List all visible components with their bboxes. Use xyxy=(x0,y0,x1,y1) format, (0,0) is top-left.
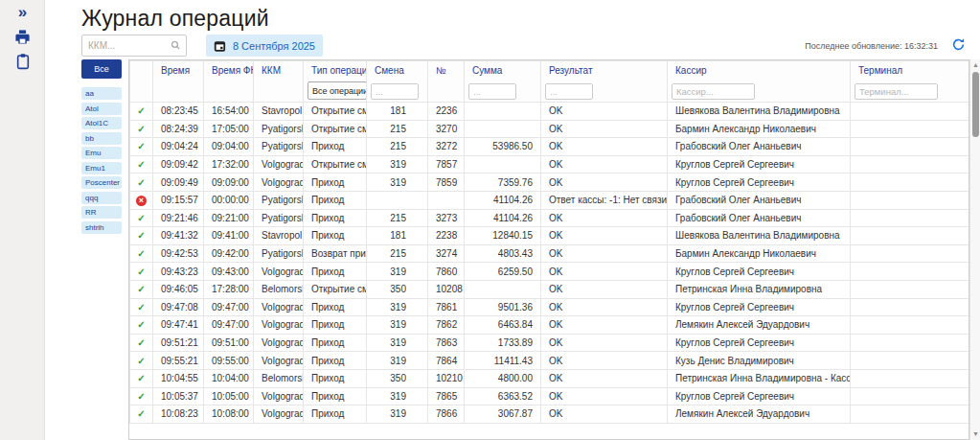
cell-time: 09:47:41 xyxy=(153,316,204,335)
operation-type-select[interactable]: Все операции xyxy=(308,81,367,100)
status-icon xyxy=(137,356,145,366)
cell-status xyxy=(130,103,153,121)
table-row[interactable]: 09:46:05 17:28:00 Belomorsky Открытие см… xyxy=(130,280,970,298)
table-row[interactable]: 09:09:42 17:32:00 Volgograd Открытие сме… xyxy=(130,155,970,174)
column-header[interactable]: Результат xyxy=(541,61,668,81)
column-header[interactable]: Смена xyxy=(367,61,428,81)
last-update-text: Последнее обновление: 16:32:31 xyxy=(805,41,938,51)
cell-sum xyxy=(465,280,541,298)
column-header[interactable]: Время ФН xyxy=(204,61,254,81)
sidebar-kkm-item[interactable]: Poscenter xyxy=(81,176,122,189)
table-row[interactable]: 08:23:45 16:54:00 Stavropol Открытие сме… xyxy=(130,103,970,121)
column-header[interactable]: Тип операции xyxy=(304,61,367,81)
cell-fn-time: 17:28:00 xyxy=(204,280,254,298)
table-row[interactable]: 10:08:23 10:08:00 Volgograd Приход 319 7… xyxy=(130,405,970,424)
cell-kkm: Volgograd xyxy=(254,405,304,424)
printer-icon xyxy=(14,29,31,45)
cell-status xyxy=(130,120,153,138)
cell-kkm: Pyatigorsk xyxy=(254,138,304,156)
journal-button[interactable] xyxy=(0,53,45,70)
cashier-filter-input[interactable] xyxy=(672,83,755,100)
cell-operation-type: Приход xyxy=(304,316,367,335)
cell-number: 7865 xyxy=(428,387,465,405)
cell-terminal xyxy=(851,334,970,352)
cell-terminal xyxy=(851,263,970,281)
table-row[interactable]: 10:04:55 10:04:00 Belomorsky Приход 350 … xyxy=(130,369,970,387)
date-picker-button[interactable]: 8 Сентября 2025 xyxy=(206,35,323,57)
cell-number: 3274 xyxy=(428,244,465,263)
operation-type-value: Все операции xyxy=(312,86,367,96)
sidebar-kkm-item[interactable]: qqq xyxy=(81,192,122,204)
sidebar-kkm-item[interactable]: Atol xyxy=(81,103,122,115)
cell-terminal xyxy=(851,174,970,192)
table-row[interactable]: 09:41:32 09:41:00 Stavropol Приход 181 2… xyxy=(130,227,970,245)
scrollbar-thumb[interactable] xyxy=(972,72,979,137)
vertical-scrollbar[interactable]: ▲ ▼ xyxy=(969,59,980,440)
cell-kkm: Volgograd xyxy=(254,263,304,281)
cell-operation-type: Приход xyxy=(304,191,367,209)
table-row[interactable]: 09:04:24 09:04:00 Pyatigorsk Приход 215 … xyxy=(130,138,970,156)
status-icon xyxy=(137,408,145,419)
terminal-filter-input[interactable] xyxy=(855,83,938,100)
status-icon xyxy=(137,124,145,134)
sidebar-kkm-item[interactable]: Emu xyxy=(81,147,122,159)
cell-time: 09:51:21 xyxy=(153,334,204,352)
column-header[interactable]: № xyxy=(428,61,465,81)
shift-filter-input[interactable] xyxy=(371,83,419,100)
scroll-down-arrow[interactable]: ▼ xyxy=(970,429,980,439)
cell-status xyxy=(130,405,153,424)
table-row[interactable]: 08:24:39 17:05:00 Pyatigorsk Открытие см… xyxy=(130,120,970,138)
cell-time: 09:09:49 xyxy=(153,174,204,192)
collapse-sidebar-button[interactable]: » xyxy=(0,4,45,21)
cell-operation-type: Приход xyxy=(304,298,367,316)
table-row[interactable]: 09:47:08 09:47:00 Volgograd Приход 319 7… xyxy=(130,298,970,316)
table-row[interactable]: 09:43:23 09:43:00 Volgograd Приход 319 7… xyxy=(130,263,970,281)
cell-result: OK xyxy=(541,174,668,192)
column-header[interactable]: ККМ xyxy=(254,61,304,81)
cell-cashier: Бармин Александр Николаевич xyxy=(668,120,851,138)
sidebar-kkm-item[interactable]: aa xyxy=(81,87,122,100)
table-row[interactable]: 09:09:49 09:09:00 Volgograd Приход 319 7… xyxy=(130,174,970,192)
result-filter-input[interactable] xyxy=(545,83,593,100)
table-row[interactable]: 09:47:41 09:47:00 Volgograd Приход 319 7… xyxy=(130,316,970,335)
operations-table: Время Время ФН ККМ Тип операции Смена № … xyxy=(128,59,969,440)
column-header[interactable] xyxy=(130,61,153,81)
sidebar-kkm-item[interactable]: RR xyxy=(81,206,122,219)
cell-kkm: Volgograd xyxy=(254,387,304,405)
table-row[interactable]: 10:05:37 10:05:00 Volgograd Приход 319 7… xyxy=(130,387,970,405)
cell-number xyxy=(428,191,465,209)
cell-result: OK xyxy=(541,369,668,387)
table-row[interactable]: 09:42:53 09:42:00 Pyatigorsk Возврат при… xyxy=(130,244,970,263)
table-row[interactable]: 09:15:57 00:00:00 Pyatigorsk Приход 4110… xyxy=(130,191,970,209)
sidebar-kkm-item[interactable]: Atol1C xyxy=(81,117,122,129)
refresh-button[interactable] xyxy=(951,37,967,53)
cell-result: OK xyxy=(541,138,668,156)
cell-terminal xyxy=(851,120,970,138)
table-row[interactable]: 09:51:21 09:51:00 Volgograd Приход 319 7… xyxy=(130,334,970,352)
filter-empty-status xyxy=(130,81,153,103)
table-row[interactable]: 09:21:46 09:21:00 Pyatigorsk Приход 215 … xyxy=(130,209,970,227)
cell-cashier: Шевякова Валентина Владимировна xyxy=(668,227,851,245)
sidebar-kkm-item[interactable]: bb xyxy=(81,132,122,145)
scroll-up-arrow[interactable]: ▲ xyxy=(970,60,980,70)
cell-cashier: Круглов Сергей Сергеевич xyxy=(668,334,851,352)
sidebar-all-button[interactable]: Все xyxy=(81,59,122,79)
cell-status xyxy=(130,191,153,209)
kkm-search-input[interactable] xyxy=(82,40,171,51)
sum-filter-input[interactable] xyxy=(468,83,516,100)
print-button[interactable] xyxy=(0,29,45,45)
table-row[interactable]: 09:55:21 09:55:00 Volgograd Приход 319 7… xyxy=(130,352,970,370)
status-icon xyxy=(137,373,145,383)
column-header[interactable]: Терминал xyxy=(851,61,970,81)
cell-shift: 319 xyxy=(367,387,428,405)
column-header[interactable]: Время xyxy=(153,61,204,81)
cell-sum: 6463.84 xyxy=(465,316,541,335)
column-header[interactable]: Кассир xyxy=(668,61,851,81)
sidebar-kkm-item[interactable]: Emu1 xyxy=(81,162,122,174)
sidebar-kkm-item[interactable]: shtrih xyxy=(81,221,122,234)
cell-kkm: Pyatigorsk xyxy=(254,244,304,263)
cell-terminal xyxy=(851,405,970,424)
column-header[interactable]: Сумма xyxy=(465,61,541,81)
cell-status xyxy=(130,280,153,298)
cell-kkm: Volgograd xyxy=(254,352,304,370)
